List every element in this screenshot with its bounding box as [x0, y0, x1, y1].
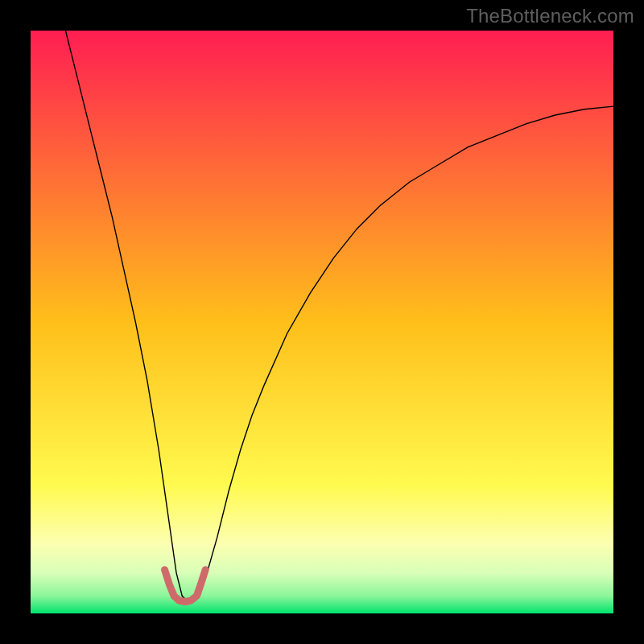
chart-frame: TheBottleneck.com — [0, 0, 644, 644]
chart-plot — [31, 31, 613, 613]
chart-background — [31, 31, 613, 613]
watermark-text: TheBottleneck.com — [466, 5, 634, 27]
